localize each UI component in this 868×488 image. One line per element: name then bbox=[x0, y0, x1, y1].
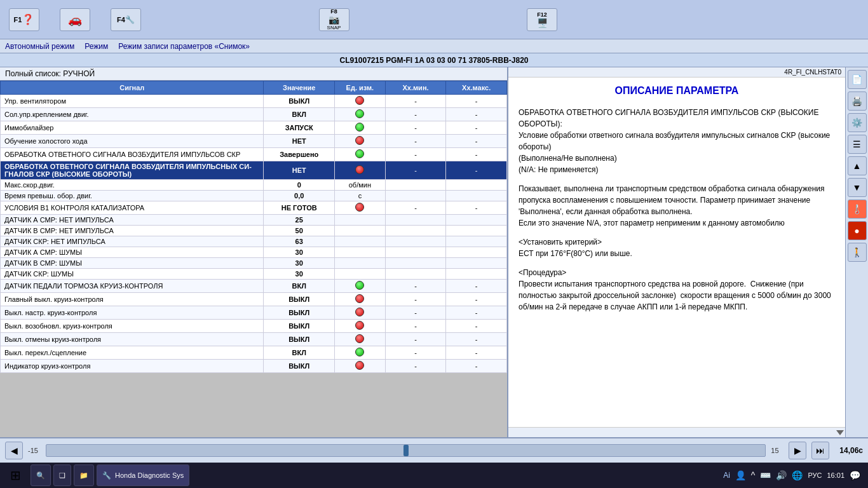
taskbar: ⊞ 🔍 ❑ 📁 🔧 Honda Diagnostic Sys Ai 👤 ^ ⌨️… bbox=[0, 463, 868, 488]
taskbar-app[interactable]: 🔧 Honda Diagnostic Sys bbox=[97, 464, 189, 486]
signal-name: ДАТЧИК А СМР: ШУМЫ bbox=[1, 247, 264, 258]
btn-end[interactable]: ⏭ bbox=[811, 442, 829, 459]
signal-min: - bbox=[385, 161, 446, 180]
caret-icon[interactable]: ^ bbox=[751, 470, 756, 480]
table-row[interactable]: Индикатор круиз-контроляВЫКЛ-- bbox=[1, 360, 507, 373]
clock: 16:01 bbox=[827, 471, 844, 479]
sidebar-file-icon[interactable]: 📄 bbox=[848, 70, 867, 89]
signal-max bbox=[446, 215, 507, 226]
f1b-button[interactable]: 🚗 bbox=[56, 8, 94, 31]
sidebar-settings-icon[interactable]: ⚙️ bbox=[848, 113, 867, 132]
table-row[interactable]: ИммобилайзерЗАПУСК-- bbox=[1, 121, 507, 135]
sidebar-print-icon[interactable]: 🖨️ bbox=[848, 92, 867, 111]
table-row[interactable]: ДАТЧИК А СМР: НЕТ ИМПУЛЬСА25 bbox=[1, 215, 507, 226]
signal-led bbox=[335, 201, 386, 215]
table-row[interactable]: ДАТЧИК В СМР: ШУМЫ30 bbox=[1, 258, 507, 269]
data-table-wrapper[interactable]: Сигнал Значение Ед. изм. Хх.мин. Хх.макс… bbox=[0, 81, 507, 437]
btn-back[interactable]: ◀ bbox=[5, 442, 23, 459]
f12-button[interactable]: F12 🖥️ bbox=[523, 8, 561, 31]
table-row[interactable]: ОБРАБОТКА ОТВЕТНОГО СИГНАЛА ВОЗБУДИТЕЛЯ … bbox=[1, 148, 507, 161]
table-row[interactable]: Сол.упр.креплением двиг.ВКЛ-- bbox=[1, 108, 507, 121]
table-row[interactable]: Макс.скор.двиг.0об/мин bbox=[1, 180, 507, 191]
language-label: РУС bbox=[808, 471, 822, 479]
table-row[interactable]: Главный выкл. круиз-контроляВЫКЛ-- bbox=[1, 293, 507, 306]
signal-min bbox=[385, 180, 446, 191]
signal-value: 63 bbox=[264, 236, 335, 247]
table-row[interactable]: Выкл. отмены круиз-контроляВЫКЛ-- bbox=[1, 333, 507, 346]
playback-bar: ◀ -15 15 ▶ ⏭ 14,06с bbox=[0, 437, 868, 463]
signal-led bbox=[335, 306, 386, 320]
signal-led bbox=[335, 108, 386, 121]
taskbar-right: Ai 👤 ^ ⌨️ 🔊 🌐 РУС 16:01 💬 bbox=[723, 470, 865, 480]
f1-button[interactable]: F1 ❓ bbox=[5, 8, 43, 31]
signal-max: - bbox=[446, 161, 507, 180]
signal-name: УСЛОВИЯ В1 КОНТРОЛЯ КАТАЛИЗАТОРА bbox=[1, 201, 264, 215]
f8-button[interactable]: F8 📷 SNAP bbox=[315, 8, 353, 31]
right-scrollbar[interactable] bbox=[508, 427, 845, 437]
signal-name: ДАТЧИК В СМР: ШУМЫ bbox=[1, 258, 264, 269]
signal-value: 0,0 bbox=[264, 191, 335, 201]
signal-led bbox=[335, 280, 386, 293]
sidebar-person-icon[interactable]: 🚶 bbox=[848, 243, 867, 262]
menu-snapshot[interactable]: Режим записи параметров «Снимок» bbox=[118, 42, 250, 51]
keyboard-icon: ⌨️ bbox=[760, 470, 771, 480]
taskbar-explorer[interactable]: 📁 bbox=[74, 464, 94, 486]
table-row[interactable]: ДАТЧИК А СМР: ШУМЫ30 bbox=[1, 247, 507, 258]
table-row[interactable]: Выкл. настр. круиз-контроляВЫКЛ-- bbox=[1, 306, 507, 320]
start-button[interactable]: ⊞ bbox=[3, 464, 28, 486]
user-icon: 👤 bbox=[735, 470, 746, 480]
table-row[interactable]: ДАТЧИК В СМР: НЕТ ИМПУЛЬСА50 bbox=[1, 226, 507, 236]
app-label: Honda Diagnostic Sys bbox=[115, 471, 184, 479]
signal-min: - bbox=[385, 306, 446, 320]
signal-value: 25 bbox=[264, 215, 335, 226]
scroll-down-icon[interactable] bbox=[835, 428, 845, 438]
signal-name: ДАТЧИК А СМР: НЕТ ИМПУЛЬСА bbox=[1, 215, 264, 226]
sidebar-list-icon[interactable]: ☰ bbox=[848, 135, 867, 154]
table-row[interactable]: ДАТЧИК ПЕДАЛИ ТОРМОЗА КРУИЗ-КОНТРОЛЯВКЛ-… bbox=[1, 280, 507, 293]
taskbar-search[interactable]: 🔍 bbox=[31, 464, 51, 486]
info-bar: CL91007215 PGM-FI 1A 03 03 00 71 37805-R… bbox=[0, 53, 868, 67]
app-icon: 🔧 bbox=[102, 471, 111, 480]
btn-play[interactable]: ▶ bbox=[789, 442, 806, 459]
menu-autonomous[interactable]: Автономный режим bbox=[5, 42, 74, 51]
f4-button[interactable]: F4 🔧 bbox=[107, 8, 145, 31]
network-icon[interactable]: 🌐 bbox=[792, 470, 803, 480]
f4-icon: F4 🔧 bbox=[111, 8, 141, 31]
ai-label: Ai bbox=[723, 471, 730, 480]
table-row[interactable]: Обучение холостого ходаНЕТ-- bbox=[1, 135, 507, 148]
sidebar-red-icon[interactable]: ● bbox=[848, 221, 867, 240]
taskbar-task-view[interactable]: ❑ bbox=[53, 464, 71, 486]
explorer-icon: 📁 bbox=[79, 471, 88, 480]
f1b-icon: 🚗 bbox=[60, 8, 90, 31]
table-row[interactable]: Время превыш. обор. двиг.0,0с bbox=[1, 191, 507, 201]
notification-icon[interactable]: 💬 bbox=[850, 470, 860, 480]
sidebar-down-icon[interactable]: ▼ bbox=[848, 178, 867, 197]
timeline-slider[interactable] bbox=[403, 445, 409, 456]
panel-id: 4R_FI_CNLHSTAT0 bbox=[784, 69, 841, 76]
volume-icon[interactable]: 🔊 bbox=[776, 470, 787, 480]
table-row[interactable]: ОБРАБОТКА ОТВЕТНОГО СИГНАЛА ВОЗБУДИТЕЛЯ … bbox=[1, 161, 507, 180]
time-label-left: -15 bbox=[28, 447, 41, 454]
signal-value: ВЫКЛ bbox=[264, 320, 335, 333]
timeline[interactable] bbox=[46, 444, 766, 457]
table-row[interactable]: Упр. вентиляторомВЫКЛ-- bbox=[1, 95, 507, 108]
signal-max: - bbox=[446, 280, 507, 293]
description-scroll[interactable]: ОПИСАНИЕ ПАРАМЕТРА ОБРАБОТКА ОТВЕТНОГО С… bbox=[508, 78, 845, 427]
signal-max bbox=[446, 191, 507, 201]
task-view-icon: ❑ bbox=[59, 471, 65, 480]
signal-min: - bbox=[385, 333, 446, 346]
signal-led bbox=[335, 226, 386, 236]
signal-min: - bbox=[385, 108, 446, 121]
table-row[interactable]: Выкл. возобновл. круиз-контроляВЫКЛ-- bbox=[1, 320, 507, 333]
signal-led bbox=[335, 121, 386, 135]
signal-name: Индикатор круиз-контроля bbox=[1, 360, 264, 373]
table-row[interactable]: ДАТЧИК СКР: НЕТ ИМПУЛЬСА63 bbox=[1, 236, 507, 247]
sidebar-temp-icon[interactable]: 🌡️ bbox=[848, 200, 867, 219]
table-row[interactable]: ДАТЧИК СКР: ШУМЫ30 bbox=[1, 269, 507, 280]
menu-mode[interactable]: Режим bbox=[85, 42, 108, 51]
sidebar-up-icon[interactable]: ▲ bbox=[848, 156, 867, 175]
signal-name: Иммобилайзер bbox=[1, 121, 264, 135]
table-row[interactable]: Выкл. перекл./сцеплениеВКЛ-- bbox=[1, 346, 507, 360]
table-row[interactable]: УСЛОВИЯ В1 КОНТРОЛЯ КАТАЛИЗАТОРАНЕ ГОТОВ… bbox=[1, 201, 507, 215]
signal-name: Выкл. настр. круиз-контроля bbox=[1, 306, 264, 320]
